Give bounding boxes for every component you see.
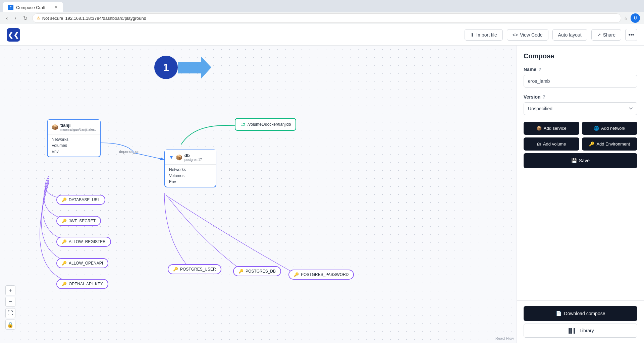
annotation-arrow-shape: [178, 57, 211, 78]
favicon-letter: C: [10, 6, 12, 9]
name-help-icon[interactable]: ?: [538, 67, 541, 72]
tianji-node-header: 📦 tianji moonrailgun/tianji:latest: [48, 120, 100, 134]
version-help-icon[interactable]: ?: [543, 94, 546, 100]
canvas-controls: + − ⛶ 🔒: [5, 285, 15, 330]
refresh-button[interactable]: ↻: [21, 14, 30, 23]
add-environment-icon: 🔑: [589, 141, 594, 147]
version-field-group: Version ? Unspecified 3.8 3.7 3.6 3: [524, 94, 637, 115]
db-service-name: db: [184, 153, 202, 158]
main-content: depends_on 1 📦 tianji moonrailgun/tianji…: [0, 46, 644, 343]
canvas-area[interactable]: depends_on 1 📦 tianji moonrailgun/tianji…: [0, 46, 517, 343]
env-node-postgres-password[interactable]: 🔑 POSTGRES_PASSWORD: [288, 270, 354, 280]
sidebar-title: Compose: [524, 52, 637, 60]
download-icon: 📄: [556, 311, 561, 316]
library-label: Library: [580, 328, 594, 333]
tianji-networks-label: Networks: [52, 136, 96, 142]
save-icon: 💾: [571, 158, 577, 163]
add-service-icon: 📦: [536, 126, 542, 131]
key-icon-3: 🔑: [62, 239, 67, 244]
add-service-label: Add service: [544, 126, 567, 131]
annotation-arrow: 1: [154, 56, 211, 79]
more-icon: •••: [629, 32, 634, 38]
right-sidebar: Compose Name ? Version ? Un: [517, 46, 644, 343]
download-label: Download compose: [564, 311, 605, 316]
env-node-allow-register[interactable]: 🔑 ALLOW_REGISTER: [56, 237, 111, 247]
add-volume-button[interactable]: 🗂 Add volume: [524, 137, 579, 151]
zoom-in-button[interactable]: +: [5, 285, 15, 295]
fullscreen-button[interactable]: ⛶: [5, 308, 15, 318]
tab-close-button[interactable]: ✕: [54, 5, 58, 10]
add-volume-icon: 🗂: [537, 141, 541, 147]
add-volume-label: Add volume: [543, 141, 566, 147]
browser-tab[interactable]: C Compose Craft ✕: [3, 2, 63, 13]
share-icon: ↗: [597, 32, 601, 38]
library-button[interactable]: ▐▌▌ Library: [524, 324, 637, 338]
tab-bar: C Compose Craft ✕: [0, 0, 644, 12]
bookmark-button[interactable]: ☆: [624, 16, 628, 21]
tianji-service-node[interactable]: 📦 tianji moonrailgun/tianji:latest Netwo…: [47, 119, 101, 157]
import-label: Import file: [476, 32, 497, 38]
address-bar[interactable]: ⚠ Not secure 192.168.1.18:3784/dashboard…: [32, 13, 621, 23]
volume-icon: 🗂: [240, 121, 246, 127]
back-button[interactable]: ‹: [4, 14, 10, 22]
action-buttons-grid: 📦 Add service 🌐 Add network 🗂 Add volume…: [524, 122, 637, 151]
save-button[interactable]: 💾 Save: [524, 153, 637, 168]
env-node-postgres-db[interactable]: 🔑 POSTGRES_DB: [233, 266, 281, 276]
add-network-button[interactable]: 🌐 Add network: [582, 122, 638, 135]
env-node-openai-api-key[interactable]: 🔑 OPENAI_API_KEY: [56, 279, 108, 289]
app-logo: ❮❮: [7, 28, 20, 42]
tianji-service-icon: 📦: [52, 124, 58, 130]
auto-layout-button[interactable]: Auto layout: [552, 29, 587, 41]
tab-favicon: C: [8, 5, 13, 10]
db-service-node[interactable]: ▼ 📦 db postgres:17 Networks Volumes Env: [164, 150, 216, 187]
annotation-number: 1: [163, 61, 169, 74]
lock-canvas-button[interactable]: 🔒: [5, 320, 15, 330]
more-options-button[interactable]: •••: [625, 29, 637, 41]
url-text: 192.168.1.18:3784/dashboard/playground: [65, 16, 146, 21]
tab-title: Compose Craft: [16, 5, 45, 10]
security-icon: ⚠: [37, 16, 40, 20]
forward-button[interactable]: ›: [12, 14, 18, 22]
tianji-volumes-label: Volumes: [52, 142, 96, 149]
import-button[interactable]: ⬆ Import file: [465, 29, 502, 41]
browser-chrome: C Compose Craft ✕ ‹ › ↻ ⚠ Not secure 192…: [0, 0, 644, 24]
add-environment-label: Add Environment: [596, 141, 630, 147]
view-code-label: View Code: [520, 32, 542, 38]
code-icon: <>: [513, 32, 518, 38]
env-node-database-url[interactable]: 🔑 DATABASE_URL: [56, 195, 105, 205]
add-environment-button[interactable]: 🔑 Add Environment: [582, 137, 638, 151]
add-service-button[interactable]: 📦 Add service: [524, 122, 579, 135]
share-label: Share: [603, 32, 615, 38]
app-toolbar: ❮❮ ⬆ Import file <> View Code Auto layou…: [0, 24, 644, 46]
name-field-label: Name ?: [524, 67, 637, 72]
version-select[interactable]: Unspecified 3.8 3.7 3.6 3: [524, 102, 637, 115]
env-node-jwt-secret[interactable]: 🔑 JWT_SECRET: [56, 216, 101, 226]
db-node-body: Networks Volumes Env: [165, 165, 216, 187]
env-node-postgres-user[interactable]: 🔑 POSTGRES_USER: [168, 264, 221, 274]
view-code-button[interactable]: <> View Code: [507, 29, 548, 41]
profile-button[interactable]: U: [631, 13, 640, 23]
react-flow-label: React Flow: [495, 336, 514, 340]
db-flow-indicator: ▼: [169, 155, 174, 160]
add-network-label: Add network: [601, 126, 625, 131]
save-label: Save: [579, 158, 590, 163]
env-node-allow-openapi[interactable]: 🔑 ALLOW_OPENAPI: [56, 258, 108, 268]
download-compose-button[interactable]: 📄 Download compose: [524, 306, 637, 321]
svg-marker-3: [178, 57, 211, 78]
db-networks-label: Networks: [169, 167, 212, 173]
db-service-image: postgres:17: [184, 158, 202, 162]
sidebar-compose-section: Compose Name ? Version ? Un: [517, 46, 644, 177]
volume-label: /volume1/docker/tianjidb: [248, 122, 291, 127]
zoom-out-button[interactable]: −: [5, 297, 15, 307]
db-env-label: Env: [169, 179, 212, 185]
key-icon-2: 🔑: [62, 219, 67, 223]
logo-icon: ❮❮: [8, 31, 19, 39]
name-input[interactable]: [524, 75, 637, 88]
key-icon-6: 🔑: [173, 267, 178, 272]
key-icon-5: 🔑: [62, 282, 67, 286]
db-volumes-label: Volumes: [169, 173, 212, 179]
name-field-group: Name ?: [524, 67, 637, 88]
tianji-node-body: Networks Volumes Env: [48, 134, 100, 157]
share-button[interactable]: ↗ Share: [591, 29, 621, 41]
volume-node[interactable]: 🗂 /volume1/docker/tianjidb: [235, 118, 296, 131]
